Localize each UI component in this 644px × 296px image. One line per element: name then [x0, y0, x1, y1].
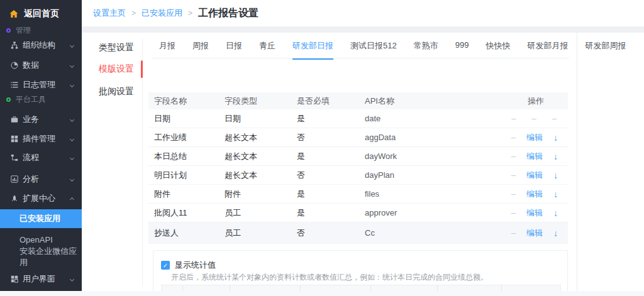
cell-api-name: files	[359, 189, 489, 199]
panel-right-divider	[577, 33, 577, 291]
tab-rd-weekly[interactable]: 研发部周报	[585, 40, 626, 60]
chevron-down-icon	[70, 177, 74, 181]
statistics-section: ✓ 显示统计值 开启后，系统统计某个对象内的资料计数或者数值汇总，例如：统计本日…	[153, 250, 568, 291]
chevron-down-icon	[70, 136, 74, 141]
tab-kuaikuaikuai[interactable]: 快快快	[486, 40, 510, 60]
settings-panel: 类型设置 模版设置 批阅设置 月报 周报 日报 青丘 研发部日报 测试日报512…	[82, 33, 644, 291]
cell-required: 是	[291, 113, 359, 124]
data-icon	[11, 62, 18, 69]
move-down-icon[interactable]: ↓	[553, 133, 558, 143]
tab-weekly[interactable]: 周报	[192, 40, 209, 60]
breadcrumb-link-settings-home[interactable]: 设置主页	[93, 8, 126, 19]
sidebar-item-label: 数据	[23, 60, 39, 71]
sidebar-subitem-label: OpenAPI	[19, 235, 53, 244]
sidebar-item-business[interactable]: 业务	[0, 110, 82, 129]
move-down-icon[interactable]: ↓	[553, 228, 558, 238]
cell-api-name: approver	[359, 208, 489, 217]
move-down-icon[interactable]: ↓	[553, 151, 558, 162]
breadcrumb-separator-icon: >	[131, 9, 136, 18]
sidebar-item-analysis[interactable]: 分析	[0, 170, 82, 189]
col-header-api-name: API名称	[359, 96, 489, 107]
settings-menu-type[interactable]: 类型设置	[89, 39, 142, 57]
cell-field-name: 本日总结	[148, 151, 219, 162]
app-window: 返回首页 管理 组织结构 数据 日志管理	[0, 0, 644, 291]
bar-chart-icon	[11, 175, 18, 183]
show-statistics-checkbox[interactable]: ✓	[161, 261, 170, 270]
move-down-icon[interactable]: ↓	[553, 208, 558, 218]
cell-field-type: 超长文本	[219, 170, 291, 181]
sidebar-item-label: 日志管理	[23, 79, 55, 90]
move-down-icon[interactable]: ↓	[553, 189, 558, 199]
cell-field-type: 员工	[219, 207, 291, 219]
cell-actions: – – –	[489, 114, 568, 123]
sidebar-item-label: 业务	[23, 114, 39, 125]
col-header-actions: 操作	[489, 96, 568, 107]
cell-field-type: 附件	[219, 189, 291, 200]
breadcrumb-bar: 设置主页 > 已安装应用 > 工作报告设置	[82, 0, 644, 26]
sidebar-section-platform-tools: 平台工具	[0, 92, 82, 107]
sidebar-subitem-label: 已安装应用	[19, 213, 60, 224]
cell-field-type: 超长文本	[219, 132, 291, 143]
edit-button[interactable]: 编辑	[526, 207, 543, 219]
breadcrumb-link-installed-apps[interactable]: 已安装应用	[142, 8, 182, 19]
show-statistics-label: 显示统计值	[175, 260, 216, 271]
cell-field-name: 工作业绩	[148, 132, 219, 143]
cell-actions: – 编辑 ↓	[489, 170, 568, 181]
sidebar-home-link[interactable]: 返回首页	[0, 4, 82, 24]
cell-required: 否	[291, 170, 359, 181]
statistics-description: 开启后，系统统计某个对象内的资料计数或者数值汇总，例如：统计本日完成的合同业绩总…	[171, 272, 488, 283]
breadcrumb: 设置主页 > 已安装应用 > 工作报告设置	[93, 0, 258, 26]
cell-field-type: 员工	[219, 227, 291, 239]
tab-999[interactable]: 999	[455, 40, 469, 60]
dash-placeholder: –	[511, 170, 516, 180]
chevron-down-icon	[70, 155, 74, 160]
cell-api-name: Cc	[359, 228, 489, 238]
briefcase-icon	[11, 116, 18, 123]
tab-monthly[interactable]: 月报	[159, 40, 175, 60]
breadcrumb-separator-icon: >	[188, 9, 192, 18]
chevron-down-icon	[70, 82, 74, 87]
edit-button[interactable]: 编辑	[526, 170, 543, 181]
cell-actions: – 编辑 ↓	[489, 132, 568, 143]
sidebar-subitem-installed-apps[interactable]: 已安装应用	[0, 209, 82, 228]
home-icon	[9, 10, 18, 18]
sidebar-item-user-interface[interactable]: 用户界面	[0, 270, 82, 288]
sidebar-item-extension-center[interactable]: 扩展中心	[0, 189, 82, 208]
sidebar-item-org-structure[interactable]: 组织结构	[0, 36, 82, 55]
cell-field-name: 明日计划	[148, 170, 219, 181]
tab-changshu[interactable]: 常熟市	[414, 40, 438, 60]
tab-rd-daily[interactable]: 研发部日报	[292, 40, 333, 60]
sidebar-item-data[interactable]: 数据	[0, 56, 82, 75]
sidebar-item-process[interactable]: 流程	[0, 148, 82, 167]
tab-qingqiu[interactable]: 青丘	[259, 40, 275, 60]
edit-button[interactable]: 编辑	[526, 189, 543, 200]
rocket-icon	[11, 195, 18, 202]
home-label: 返回首页	[24, 8, 59, 19]
settings-menu-review[interactable]: 批阅设置	[89, 83, 142, 101]
cell-actions: – 编辑 ↓	[489, 227, 568, 239]
plugin-grid-icon	[11, 135, 18, 143]
table-row: 工作业绩 超长文本 否 aggData – 编辑 ↓	[148, 128, 568, 147]
section-label: 管理	[16, 25, 31, 36]
edit-button[interactable]: 编辑	[526, 227, 543, 239]
table-header-row: 字段名称 字段类型 是否必填 API名称 操作	[148, 92, 568, 109]
tab-daily[interactable]: 日报	[226, 40, 242, 60]
sidebar-item-plugin-management[interactable]: 插件管理	[0, 129, 82, 148]
col-header-field-type: 字段类型	[219, 96, 291, 107]
cell-api-name: aggData	[359, 133, 489, 142]
cell-actions: – 编辑 ↓	[489, 151, 568, 162]
cell-api-name: dayWork	[359, 151, 489, 161]
edit-button[interactable]: 编辑	[526, 151, 543, 162]
fields-table: 字段名称 字段类型 是否必填 API名称 操作 日期 日期 是 date – –…	[148, 92, 568, 244]
dash-placeholder: –	[511, 208, 516, 217]
settings-menu-template[interactable]: 模版设置	[89, 60, 142, 78]
sidebar-subitem-install-wecom-app[interactable]: 安装企业微信应用	[0, 248, 82, 266]
tab-test-daily-512[interactable]: 测试日报512	[350, 40, 397, 60]
move-down-icon[interactable]: ↓	[553, 170, 558, 180]
tab-rd-monthly[interactable]: 研发部月报	[527, 40, 568, 60]
dash-placeholder: –	[511, 133, 516, 142]
cell-field-name: 抄送人	[148, 227, 219, 239]
sidebar-item-label: 插件管理	[23, 133, 55, 145]
check-icon: ✓	[163, 262, 168, 269]
edit-button[interactable]: 编辑	[526, 132, 543, 143]
